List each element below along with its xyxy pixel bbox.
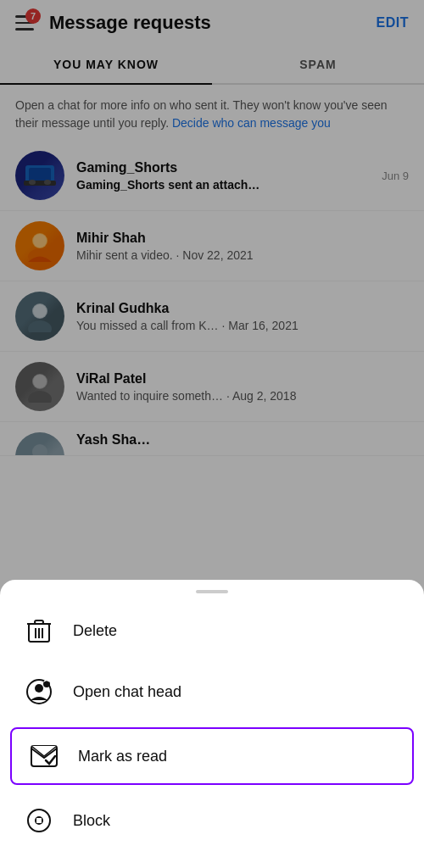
bottom-sheet: Delete Open chat head [0,580,424,868]
open-chat-head-label: Open chat head [73,683,181,701]
handle-bar [196,590,228,593]
delete-option[interactable]: Delete [0,600,424,661]
svg-point-23 [35,684,43,693]
block-icon [24,805,54,836]
mark-as-read-option[interactable]: Mark as read [10,727,414,785]
delete-label: Delete [73,622,117,640]
block-label: Block [73,812,110,830]
svg-point-24 [43,681,50,687]
trash-icon [24,615,54,646]
svg-rect-28 [36,818,42,823]
envelope-icon [29,741,59,771]
block-option[interactable]: Block [0,790,424,851]
chat-head-icon [24,676,54,707]
sheet-handle [0,580,424,600]
mark-as-read-label: Mark as read [78,748,167,765]
open-chat-head-option[interactable]: Open chat head [0,661,424,722]
